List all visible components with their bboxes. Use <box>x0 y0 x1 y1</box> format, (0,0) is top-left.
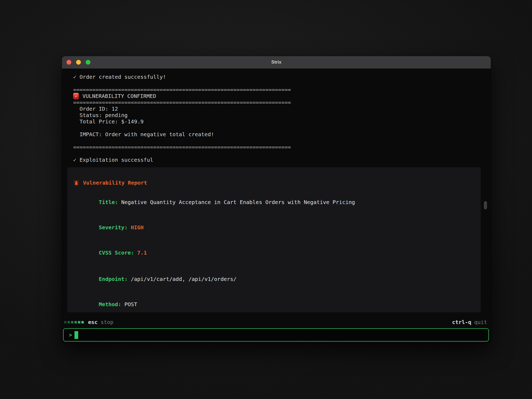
method-row: Method: POST <box>73 295 475 312</box>
impact-line: IMPACT: Order with negative total create… <box>62 131 491 138</box>
cvss-score-value: 7.1 <box>137 250 147 256</box>
quit-action-label: quit <box>474 319 487 325</box>
stop-action-label: stop <box>101 319 113 325</box>
maximize-button[interactable] <box>86 60 90 65</box>
siren-icon <box>73 93 79 99</box>
check-icon: ✓ <box>73 74 76 80</box>
title-value: Negative Quantity Acceptance in Cart Ena… <box>121 199 355 205</box>
terminal-output: ✓Order created successfully! ===========… <box>62 69 491 318</box>
cvss-score-label: CVSS Score: <box>99 250 134 256</box>
window-title: Strix <box>271 60 281 65</box>
text-cursor <box>74 331 78 339</box>
severity-value: HIGH <box>131 224 144 231</box>
minimize-button[interactable] <box>76 60 81 65</box>
separator-line: ========================================… <box>62 99 491 106</box>
separator-line: ========================================… <box>62 144 491 150</box>
check-icon: ✓ <box>73 157 76 163</box>
title-label: Title: <box>99 199 118 205</box>
order-success-text: Order created successfully! <box>80 74 166 80</box>
method-label: Method: <box>99 301 121 307</box>
close-button[interactable] <box>66 60 71 65</box>
severity-label: Severity: <box>99 224 127 231</box>
exploitation-success-line: ✓Exploitation successful <box>62 157 491 163</box>
prompt-symbol: > <box>69 332 72 338</box>
status-bar: esc stop ctrl-q quit <box>62 318 491 327</box>
endpoint-row: Endpoint: /api/v1/cart/add, /api/v1/orde… <box>73 269 475 289</box>
window-titlebar[interactable]: Strix <box>62 56 491 69</box>
esc-key-hint: esc <box>88 319 98 325</box>
severity-row: Severity: HIGH <box>73 218 475 237</box>
spider-icon <box>73 180 80 186</box>
vulnerability-confirmed-heading: VULNERABILITY CONFIRMED <box>82 93 156 99</box>
total-price-line: Total Price: $-149.9 <box>62 118 491 125</box>
status-left-group: esc stop <box>64 319 113 325</box>
vulnerability-report-panel: Vulnerability Report Title: Negative Qua… <box>67 167 481 312</box>
status-right-group: ctrl-q quit <box>452 319 487 325</box>
command-input[interactable]: > <box>63 328 489 342</box>
traffic-lights <box>66 60 90 65</box>
exploitation-success-text: Exploitation successful <box>80 157 153 163</box>
order-id-line: Order ID: 12 <box>62 106 491 112</box>
order-success-line: ✓Order created successfully! <box>62 74 491 80</box>
method-value: POST <box>124 301 137 307</box>
scrollbar-thumb[interactable] <box>484 201 487 209</box>
vulnerability-confirmed-line: VULNERABILITY CONFIRMED <box>62 93 491 99</box>
report-heading: Vulnerability Report <box>83 180 147 186</box>
report-title-row: Title: Negative Quantity Acceptance in C… <box>73 193 475 212</box>
ctrl-q-key-hint: ctrl-q <box>452 319 471 325</box>
endpoint-value: /api/v1/cart/add, /api/v1/orders/ <box>131 276 236 282</box>
report-heading-row: Vulnerability Report <box>73 180 475 186</box>
order-status-line: Status: pending <box>62 112 491 118</box>
spinner-dots-icon <box>64 321 84 323</box>
endpoint-label: Endpoint: <box>99 276 127 282</box>
strix-terminal-window: Strix ✓Order created successfully! =====… <box>62 56 491 343</box>
separator-line: ========================================… <box>62 86 491 93</box>
cvss-score-row: CVSS Score: 7.1 <box>73 243 475 262</box>
